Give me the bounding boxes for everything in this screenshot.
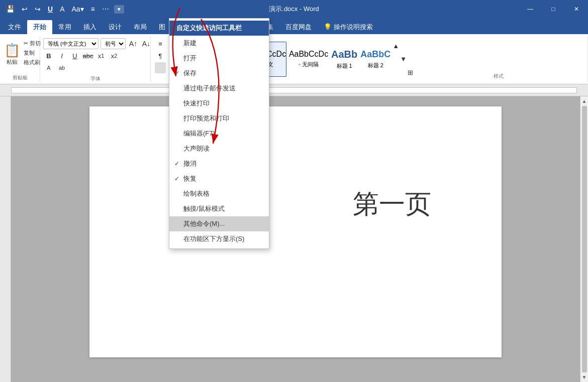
tab-layout[interactable]: 布局 — [128, 20, 153, 34]
styles-scroll-up[interactable]: ▲ — [392, 40, 400, 51]
menu-more-commands[interactable]: 其他命令(M)... — [169, 216, 269, 231]
redo-icon[interactable]: ↪ — [33, 4, 43, 14]
minimize-button[interactable]: — — [519, 0, 542, 18]
cut-button[interactable]: ✂ 剪切 — [22, 39, 42, 48]
page-text: 第一页 — [353, 187, 431, 222]
font-label: 字体 — [43, 74, 147, 82]
bullets-button[interactable]: ≡ — [155, 38, 166, 49]
increase-font-button[interactable]: A↑ — [128, 38, 139, 49]
font-name-select[interactable]: 等线 (中文正文) — [43, 38, 99, 49]
case-icon[interactable]: Aa▾ — [69, 4, 85, 14]
more-icon[interactable]: ⋯ — [100, 4, 111, 14]
show-marks-button[interactable]: ¶ — [155, 50, 166, 61]
left-sidebar — [0, 96, 11, 382]
ruler — [0, 84, 588, 96]
save-icon[interactable]: 💾 — [4, 4, 17, 14]
superscript-button[interactable]: x2 — [109, 50, 120, 61]
tab-insert[interactable]: 插入 — [77, 20, 103, 34]
document-area: 第一页 — [11, 96, 580, 382]
menu-header: 自定义快速访问工具栏 — [169, 21, 269, 36]
menu-save[interactable]: 保存 — [169, 66, 269, 81]
shading-button[interactable] — [155, 62, 166, 73]
window-controls: — □ ✕ — [519, 0, 588, 18]
document-page: 第一页 — [89, 106, 502, 357]
menu-email[interactable]: 通过电子邮件发送 — [169, 81, 269, 96]
right-scrollbar[interactable]: ▲ ▼ — [580, 96, 588, 382]
main-area: 第一页 ▲ ▼ — [0, 96, 588, 382]
styles-expand[interactable]: ⊞ — [407, 67, 414, 78]
tab-design[interactable]: 设计 — [103, 20, 128, 34]
menu-editor[interactable]: 编辑器(F7) — [169, 126, 269, 141]
close-button[interactable]: ✕ — [565, 0, 588, 18]
styles-label: 样式 — [414, 72, 583, 80]
ribbon-tabs: 文件 开始 常用 插入 设计 布局 图 开发工具 帮助 PDF工具集 百度网盘 … — [0, 18, 588, 34]
menu-undo[interactable]: 撤消 — [169, 156, 269, 171]
highlight-button[interactable]: ab — [56, 62, 67, 73]
style-h2-label: 标题 2 — [368, 62, 383, 69]
quick-access-toolbar: 💾 ↩ ↪ U A Aa▾ ≡ ⋯ ▼ — [4, 4, 124, 14]
paste-icon: 📋 — [4, 43, 20, 58]
menu-draw-table[interactable]: 绘制表格 — [169, 186, 269, 201]
italic-button[interactable]: I — [56, 50, 67, 61]
style-heading1[interactable]: AaBb 标题 1 — [331, 42, 358, 77]
ribbon: 📋 粘贴 ✂ 剪切 复制 格式刷 剪贴板 等线 (中文正文) 初号 A↑ A↓ … — [0, 34, 588, 84]
font-row3: A ab — [43, 62, 67, 73]
font-row2: B I U abc x1 x2 — [43, 50, 120, 61]
menu-print-preview[interactable]: 打印预览和打印 — [169, 111, 269, 126]
tab-search[interactable]: 💡 操作说明搜索 — [318, 20, 379, 34]
menu-open[interactable]: 打开 — [169, 51, 269, 66]
format-painter-button[interactable]: 格式刷 — [22, 58, 42, 67]
window-title: 演示.docx - Word — [269, 5, 319, 14]
style-no-spacing[interactable]: AaBbCcDc ◦ 无间隔 — [288, 42, 329, 77]
ruler-line — [11, 87, 577, 93]
bullets-icon[interactable]: ≡ — [89, 4, 97, 14]
font-row1: 等线 (中文正文) 初号 A↑ A↓ — [43, 38, 152, 49]
menu-show-below[interactable]: 在功能区下方显示(S) — [169, 231, 269, 246]
style-h2-preview: AaBbC — [360, 49, 390, 60]
underline-button[interactable]: U — [69, 50, 80, 61]
styles-group: AaBbCcDc ◦ 正文 AaBbCcDc ◦ 无间隔 AaBb 标题 1 A… — [241, 36, 588, 82]
tab-home[interactable]: 开始 — [27, 20, 52, 34]
paste-button[interactable]: 📋 粘贴 — [2, 37, 22, 71]
font-color-a-button[interactable]: A — [43, 62, 54, 73]
style-no-spacing-preview: AaBbCcDc — [289, 50, 328, 59]
title-bar: 💾 ↩ ↪ U A Aa▾ ≡ ⋯ ▼ 演示.docx - Word — □ ✕ — [0, 0, 588, 18]
font-group: 等线 (中文正文) 初号 A↑ A↓ B I U abc x1 x2 A ab … — [40, 36, 151, 82]
menu-touch-mode[interactable]: 触摸/鼠标模式 — [169, 201, 269, 216]
style-no-spacing-label: ◦ 无间隔 — [299, 61, 319, 68]
tab-file[interactable]: 文件 — [2, 20, 27, 34]
clipboard-actions: ✂ 剪切 复制 格式刷 — [22, 37, 42, 67]
font-color-icon[interactable]: A — [58, 4, 66, 14]
strikethrough-button[interactable]: abc — [82, 50, 93, 61]
tab-common[interactable]: 常用 — [52, 20, 77, 34]
undo-icon[interactable]: ↩ — [20, 4, 30, 14]
maximize-button[interactable]: □ — [542, 0, 565, 18]
decrease-font-button[interactable]: A↓ — [141, 38, 152, 49]
underline-qa-icon[interactable]: U — [46, 4, 55, 14]
paste-label: 粘贴 — [7, 58, 18, 66]
clipboard-label: 剪贴板 — [2, 73, 38, 81]
dropdown-menu: 自定义快速访问工具栏 新建 打开 保存 通过电子邮件发送 快速打印 打印预览和打… — [169, 18, 269, 249]
font-size-select[interactable]: 初号 — [101, 38, 126, 49]
copy-button[interactable]: 复制 — [22, 49, 42, 57]
style-heading2[interactable]: AaBbC 标题 2 — [360, 42, 391, 77]
clipboard-group: 📋 粘贴 ✂ 剪切 复制 格式刷 剪贴板 — [0, 36, 40, 82]
menu-new[interactable]: 新建 — [169, 36, 269, 51]
menu-redo[interactable]: 恢复 — [169, 171, 269, 186]
subscript-button[interactable]: x1 — [95, 50, 107, 61]
customize-dropdown-icon[interactable]: ▼ — [114, 5, 124, 14]
style-h1-label: 标题 1 — [337, 62, 352, 70]
style-h1-preview: AaBb — [331, 49, 357, 60]
menu-read-aloud[interactable]: 大声朗读 — [169, 141, 269, 156]
menu-quick-print[interactable]: 快速打印 — [169, 96, 269, 111]
tab-baidu[interactable]: 百度网盘 — [279, 20, 318, 34]
bold-button[interactable]: B — [43, 50, 54, 61]
styles-scroll-down[interactable]: ▼ — [400, 54, 407, 65]
